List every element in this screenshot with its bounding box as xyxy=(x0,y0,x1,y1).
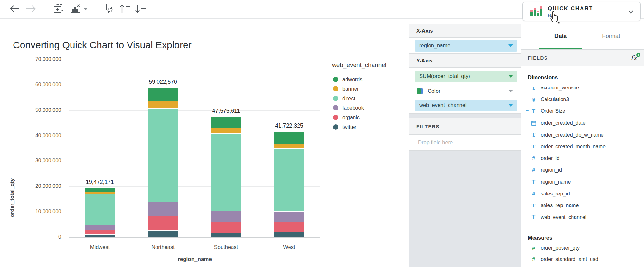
bar-segment-twitter[interactable] xyxy=(85,234,115,237)
bar-segment-facebook[interactable] xyxy=(211,211,241,222)
bar-segment-organic[interactable] xyxy=(211,222,241,233)
bar-segment-banner[interactable] xyxy=(148,101,178,108)
arrow-left-icon xyxy=(9,5,20,14)
x-axis-field-row: region_name xyxy=(409,38,521,54)
fields-header: FIELDS fx+ xyxy=(521,49,644,66)
legend-item-adwords[interactable]: adwords xyxy=(333,75,362,83)
field-item-order_created_do_w_name[interactable]: Torder_created_do_w_name xyxy=(521,129,644,141)
bar-total-label: 19,472,171 xyxy=(68,179,132,186)
legend-swatch-icon xyxy=(333,86,338,91)
chart-properties-panel: X-Axis region_name Y-Axis SUM(order_tota… xyxy=(409,24,521,267)
field-name: Calculation3 xyxy=(541,97,569,102)
legend-item-organic[interactable]: organic xyxy=(333,113,360,121)
stacked-bar-midwest[interactable] xyxy=(85,18,115,237)
field-item-account_website[interactable]: Taccount_website xyxy=(521,82,644,94)
bar-segment-adwords[interactable] xyxy=(274,131,304,144)
forward-button[interactable] xyxy=(24,0,38,18)
bar-segment-banner[interactable] xyxy=(85,192,115,194)
field-item-Order Size[interactable]: =TOrder Size xyxy=(521,105,644,117)
filters-dropzone[interactable]: Drop field here... xyxy=(409,135,521,151)
bar-segment-direct[interactable] xyxy=(274,148,304,211)
measures-group-title: Measures xyxy=(521,233,644,242)
dropzone-placeholder: Drop field here... xyxy=(418,139,457,146)
color-chip-icon xyxy=(417,88,423,94)
stacked-bar-northeast[interactable] xyxy=(148,18,178,237)
y-tick-label: 30,000,000 xyxy=(13,158,61,164)
field-item-region_id[interactable]: #region_id xyxy=(521,164,644,176)
bar-segment-twitter[interactable] xyxy=(211,233,241,237)
field-item-order_created_date[interactable]: order_created_date xyxy=(521,117,644,129)
add-calculated-field-button[interactable]: fx+ xyxy=(630,54,637,62)
y-axis-field-pill[interactable]: SUM(order_total_qty) xyxy=(415,71,517,82)
legend-item-direct[interactable]: direct xyxy=(333,94,355,102)
y-tick-label: 70,000,000 xyxy=(13,56,61,62)
arrow-right-icon xyxy=(25,5,36,14)
x-category-label: Midwest xyxy=(68,244,132,250)
field-item-order_poster_qty[interactable]: #order_poster_qty xyxy=(521,242,644,253)
y-axis-field-row: SUM(order_total_qty) xyxy=(409,68,521,85)
field-name: web_event_channel xyxy=(541,215,586,220)
bar-segment-adwords[interactable] xyxy=(211,117,241,128)
field-item-order_created_month_name[interactable]: Torder_created_month_name xyxy=(521,141,644,153)
remove-chart-dropdown[interactable] xyxy=(82,0,90,18)
legend-panel: web_event_channel adwordsbannerdirectfac… xyxy=(321,24,409,267)
bar-segment-organic[interactable] xyxy=(148,216,178,230)
bar-segment-facebook[interactable] xyxy=(274,211,304,222)
frame-plus-icon xyxy=(53,4,64,15)
field-name: Order Size xyxy=(541,108,565,114)
remove-chart-button[interactable] xyxy=(69,0,82,18)
x-axis-title: region_name xyxy=(147,256,243,262)
x-axis-field-name: region_name xyxy=(419,43,508,49)
bar-segment-twitter[interactable] xyxy=(148,230,178,237)
tab-format[interactable]: Format xyxy=(590,24,633,48)
bar-segment-twitter[interactable] xyxy=(274,232,304,237)
field-item-Calculation3[interactable]: =◉Calculation3 xyxy=(521,94,644,106)
quick-chart-dropdown[interactable]: QUICK CHART Bar xyxy=(522,2,641,21)
bar-segment-banner[interactable] xyxy=(211,128,241,134)
legend-item-label: facebook xyxy=(342,105,364,111)
legend-title: web_event_channel xyxy=(332,62,386,69)
sort-ascending-button[interactable] xyxy=(118,0,132,18)
bar-segment-direct[interactable] xyxy=(211,134,241,211)
bar-segment-adwords[interactable] xyxy=(148,88,178,101)
add-chart-button[interactable] xyxy=(52,0,66,18)
color-field-pill[interactable]: web_event_channel xyxy=(415,100,517,111)
x-axis-field-pill[interactable]: region_name xyxy=(415,40,517,52)
bar-segment-direct[interactable] xyxy=(85,194,115,225)
tab-data[interactable]: Data xyxy=(539,24,582,48)
bar-total-label: 41,722,325 xyxy=(257,122,321,129)
field-item-sales_rep_name[interactable]: Tsales_rep_name xyxy=(521,200,644,212)
bar-segment-facebook[interactable] xyxy=(148,202,178,216)
field-item-order_id[interactable]: #order_id xyxy=(521,153,644,165)
color-row[interactable]: Color xyxy=(409,85,521,97)
legend-item-facebook[interactable]: facebook xyxy=(333,104,364,112)
field-name: sales_rep_name xyxy=(541,203,579,208)
y-tick-label: 10,000,000 xyxy=(13,209,61,215)
stacked-bar-southeast[interactable] xyxy=(211,18,241,237)
field-item-region_name[interactable]: Tregion_name xyxy=(521,176,644,188)
field-name: order_poster_qty xyxy=(541,245,580,251)
legend-swatch-icon xyxy=(333,124,338,130)
bar-segment-organic[interactable] xyxy=(85,230,115,234)
field-name: region_name xyxy=(541,179,571,185)
field-item-order_standard_qty[interactable]: #order_standard_qty xyxy=(521,265,644,267)
sort-descending-button[interactable] xyxy=(133,0,147,18)
field-item-web_event_channel[interactable]: Tweb_event_channel xyxy=(521,212,644,224)
y-axis-section-header: Y-Axis xyxy=(409,54,521,68)
bar-segment-banner[interactable] xyxy=(274,144,304,148)
bar-total-label: 47,575,611 xyxy=(194,108,258,114)
field-item-order_standard_amt_usd[interactable]: #order_standard_amt_usd xyxy=(521,253,644,265)
field-item-sales_rep_id[interactable]: #sales_rep_id xyxy=(521,188,644,200)
arrow-down-lines-icon xyxy=(135,4,146,15)
bar-segment-facebook[interactable] xyxy=(85,225,115,230)
back-button[interactable] xyxy=(8,0,22,18)
bar-segment-adwords[interactable] xyxy=(85,188,115,191)
legend-item-banner[interactable]: banner xyxy=(333,85,359,93)
bar-segment-direct[interactable] xyxy=(148,108,178,202)
swap-axes-button[interactable] xyxy=(102,0,115,18)
y-axis-header-label: Y-Axis xyxy=(416,58,432,64)
legend-item-twitter[interactable]: twitter xyxy=(333,123,356,131)
filters-section-header: FILTERS xyxy=(409,118,521,135)
visual-explorer-app: Converting Quick Chart to Visual Explore… xyxy=(0,0,644,267)
bar-segment-organic[interactable] xyxy=(274,222,304,232)
